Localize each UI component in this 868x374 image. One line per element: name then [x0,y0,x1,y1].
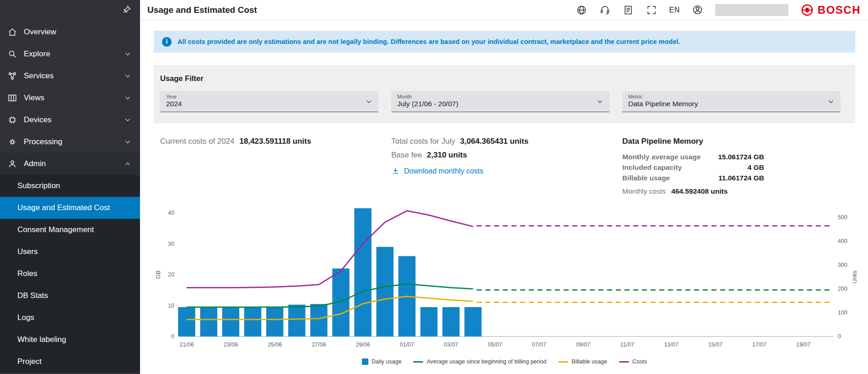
sidebar-item-label: Explore [24,49,117,59]
legend-item-daily-usage[interactable]: Daily usage [362,358,401,365]
topbar-actions: EN BOSCH [576,3,861,17]
account-icon[interactable] [692,4,703,16]
explore-icon [7,49,17,59]
svg-text:100: 100 [838,309,847,316]
support-icon[interactable] [599,4,611,16]
svg-text:20: 20 [168,271,174,278]
sidebar-item-explore[interactable]: Explore [0,43,140,65]
svg-text:03/07: 03/07 [444,341,458,348]
svg-text:27/06: 27/06 [312,341,326,348]
metric-row-value: 15.061724 GB [718,152,764,162]
svg-text:13/07: 13/07 [664,341,678,348]
sidebar: Overview Explore Services [0,0,140,374]
metric-summary-block: Data Pipeline Memory Monthly average usa… [622,137,841,195]
svg-text:01/07: 01/07 [400,341,414,348]
select-value: 2024 [166,100,360,108]
sidebar-item-usage-and-estimated-cost[interactable]: Usage and Estimated Cost [0,197,140,219]
svg-text:17/07: 17/07 [752,341,766,348]
fullscreen-icon[interactable] [646,4,658,16]
sidebar-item-label: Consent Management [17,225,94,234]
usage-filter-section: Usage Filter Year 2024 Month July (21/06… [154,65,855,123]
svg-text:07/07: 07/07 [532,341,546,348]
sidebar-admin-group: Admin Subscription Usage and Estimated C… [0,153,140,373]
metric-row: Included capacity 4 GB [622,162,764,173]
chevron-down-icon [124,138,132,146]
metric-summary-title: Data Pipeline Memory [622,137,841,146]
sidebar-item-db-stats[interactable]: DB Stats [0,285,140,307]
legend-swatch [362,358,368,365]
total-costs-label: Total costs for July [391,137,455,146]
sidebar-item-label: Project [17,357,42,366]
select-label: Year [166,94,360,99]
metric-row-value: 4 GB [748,162,764,173]
bosch-logo: BOSCH [800,3,861,17]
metric-select[interactable]: Metric Data Pipeline Memory [622,91,841,112]
sidebar-item-users[interactable]: Users [0,241,140,263]
metric-row-value: 11.061724 GB [718,173,764,183]
svg-text:30: 30 [168,241,174,247]
svg-text:25/06: 25/06 [268,341,282,348]
base-fee: Base fee 2,310 units [391,151,609,160]
chevron-down-icon [124,50,132,58]
legend-item-average-usage[interactable]: Average usage since beginning of billing… [413,358,546,365]
globe-icon[interactable] [576,4,588,16]
home-icon [7,27,17,37]
sidebar-item-consent-management[interactable]: Consent Management [0,219,140,241]
sidebar-item-subscription[interactable]: Subscription [0,175,140,197]
pin-sidebar-button[interactable] [121,4,133,16]
current-costs-label: Current costs of 2024 [160,137,235,146]
sidebar-item-views[interactable]: Views [0,87,140,109]
total-costs: Total costs for July 3,064.365431 units [391,137,609,146]
sidebar-item-roles[interactable]: Roles [0,263,140,285]
app-window: Overview Explore Services [0,0,868,374]
svg-text:29/06: 29/06 [356,341,370,348]
month-select[interactable]: Month July (21/06 - 20/07) [391,91,609,112]
sidebar-item-services[interactable]: Services [0,65,140,87]
legend-swatch [619,361,629,363]
chevron-down-icon [365,98,373,106]
sidebar-item-label: Devices [24,115,117,125]
sidebar-item-devices[interactable]: Devices [0,109,140,131]
usage-filter-title: Usage Filter [160,74,849,83]
current-costs-block: Current costs of 2024 18,423.591118 unit… [160,137,378,195]
language-selector[interactable]: EN [669,6,680,14]
info-banner-text: All costs provided are only estimations … [178,38,680,45]
chip-icon [7,115,17,125]
legend-swatch [558,361,568,363]
docs-icon[interactable] [623,4,634,16]
metric-row-label: Billable usage [622,173,670,183]
chevron-down-icon [827,98,835,106]
svg-text:400: 400 [838,238,847,244]
year-select[interactable]: Year 2024 [160,91,378,112]
svg-text:40: 40 [168,210,174,216]
sidebar-item-label: Views [24,93,117,103]
monthly-costs-value: 464.592408 units [671,187,728,195]
chevron-up-icon [124,160,132,168]
chart-legend: Daily usage Average usage since beginnin… [362,358,647,365]
usage-chart-area: 010203040010020030040050021/0623/0625/06… [154,199,855,365]
sidebar-item-overview[interactable]: Overview [0,21,140,43]
info-banner: i All costs provided are only estimation… [154,31,855,53]
bosch-symbol-icon [800,3,814,17]
sidebar-item-logs[interactable]: Logs [0,307,140,329]
sidebar-item-project[interactable]: Project [0,351,140,373]
legend-label: Billable usage [571,358,607,365]
info-icon: i [162,37,172,47]
legend-label: Costs [632,358,647,365]
sidebar-nav: Overview Explore Services [0,0,140,373]
download-monthly-costs-link[interactable]: Download monthly costs [391,167,483,175]
svg-text:200: 200 [838,286,847,292]
legend-label: Average usage since beginning of billing… [426,358,546,365]
sidebar-item-white-labeling[interactable]: White labeling [0,329,140,351]
legend-item-costs[interactable]: Costs [619,358,647,365]
base-fee-label: Base fee [391,151,422,159]
legend-swatch [413,361,423,363]
svg-text:05/07: 05/07 [488,341,502,348]
sidebar-item-processing[interactable]: Processing [0,131,140,153]
svg-text:21/06: 21/06 [179,341,194,348]
legend-item-billable-usage[interactable]: Billable usage [558,358,607,365]
sidebar-item-label: Admin [24,159,117,168]
sidebar-item-label: Users [17,247,38,256]
chevron-down-icon [596,98,604,106]
sidebar-item-admin[interactable]: Admin [0,153,140,175]
